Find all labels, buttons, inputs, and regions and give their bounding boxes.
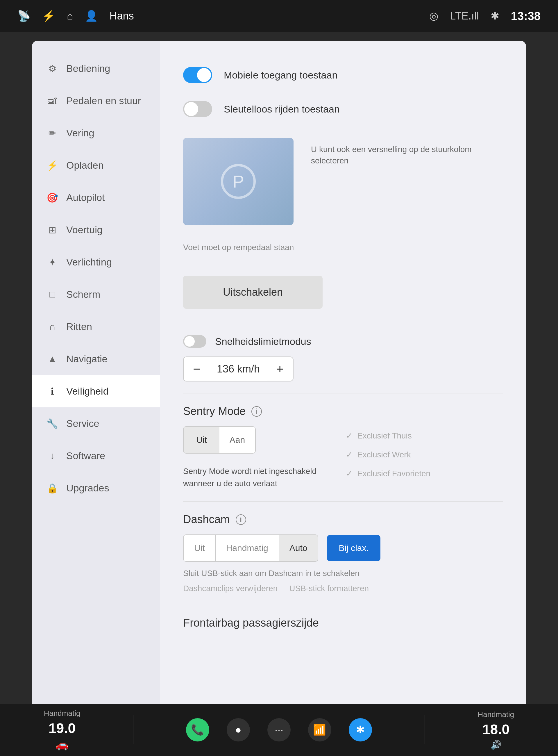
airbag-section: Frontairbag passagierszijde bbox=[183, 605, 503, 641]
sidebar-label-upgrades: Upgrades bbox=[66, 482, 109, 494]
dashcam-handmatig-button[interactable]: Handmatig bbox=[215, 535, 279, 561]
sidebar-label-vering: Vering bbox=[66, 127, 94, 139]
sentry-option-werk-label: Exclusief Werk bbox=[357, 450, 411, 459]
sidebar-label-veiligheid: Veiligheid bbox=[66, 386, 109, 397]
speed-limit-label: Snelheidslimietmodus bbox=[215, 336, 311, 347]
dashcam-header: Dashcam i bbox=[183, 513, 503, 526]
dashcam-controls: Uit Handmatig Auto Bij clax. bbox=[183, 534, 503, 562]
sidebar-item-scherm[interactable]: □ Scherm bbox=[32, 278, 160, 311]
sidebar-item-ritten[interactable]: ∩ Ritten bbox=[32, 311, 160, 343]
sidebar-item-pedalen[interactable]: 🛋 Pedalen en stuur bbox=[32, 84, 160, 117]
speed-value-display: 136 km/h bbox=[210, 357, 267, 381]
mobile-access-toggle[interactable] bbox=[183, 67, 212, 83]
light-icon: ✦ bbox=[47, 257, 58, 268]
circle-button[interactable]: ● bbox=[227, 718, 250, 741]
home-icon: ⌂ bbox=[67, 10, 73, 22]
sidebar-label-voertuig: Voertuig bbox=[66, 224, 103, 236]
car-icon: 🚗 bbox=[55, 738, 69, 751]
sidebar-label-navigatie: Navigatie bbox=[66, 353, 107, 365]
status-bar: 📡 ⚡ ⌂ 👤 Hans ◎ LTE.ıll ✱ 13:38 bbox=[0, 0, 558, 32]
format-usb-button[interactable]: USB-stick formatteren bbox=[289, 584, 369, 593]
seat-icon: 🛋 bbox=[47, 95, 58, 106]
phone-button[interactable]: 📞 bbox=[186, 718, 209, 741]
user-icon: 👤 bbox=[85, 10, 98, 22]
bottom-speed-left: 19.0 bbox=[49, 720, 76, 736]
dashcam-auto-button[interactable]: Auto bbox=[279, 535, 318, 561]
bottom-left-speed: Handmatig 19.0 🚗 bbox=[44, 709, 80, 751]
sentry-aan-button[interactable]: Aan bbox=[220, 427, 255, 453]
bluetooth-button[interactable]: ✱ bbox=[349, 718, 372, 741]
sidebar-item-verlichting[interactable]: ✦ Verlichting bbox=[32, 246, 160, 278]
user-name: Hans bbox=[109, 10, 134, 22]
dots-button[interactable]: ··· bbox=[268, 718, 290, 741]
dashcam-note: Sluit USB-stick aan om Dashcam in te sch… bbox=[183, 569, 503, 578]
sentry-option-favorieten-label: Exclusief Favorieten bbox=[357, 469, 430, 478]
autopilot-icon: 🎯 bbox=[47, 192, 58, 203]
signal-icon: 📡 bbox=[18, 10, 30, 22]
dashcam-title: Dashcam bbox=[183, 513, 230, 526]
sentry-option-werk: ✓ Exclusief Werk bbox=[346, 445, 503, 464]
delete-clips-button[interactable]: Dashcamclips verwijderen bbox=[183, 584, 278, 593]
sidebar-item-opladen[interactable]: ⚡ Opladen bbox=[32, 149, 160, 181]
keyless-toggle[interactable] bbox=[183, 101, 212, 117]
sidebar-item-software[interactable]: ↓ Software bbox=[32, 440, 160, 472]
toggle-knob-keyless bbox=[184, 102, 198, 116]
bottom-center: 📞 ● ··· 📶 ✱ bbox=[186, 718, 372, 741]
sentry-options: ✓ Exclusief Thuis ✓ Exclusief Werk ✓ Exc… bbox=[346, 426, 503, 490]
sidebar-item-navigatie[interactable]: ▲ Navigatie bbox=[32, 343, 160, 375]
bottom-handmatig-left: Handmatig bbox=[44, 709, 80, 718]
toggle-knob-speed bbox=[184, 336, 195, 347]
sidebar-item-bediening[interactable]: ⚙ Bediening bbox=[32, 52, 160, 84]
mobile-access-label: Mobiele toegang toestaan bbox=[224, 70, 337, 81]
sentry-content: Uit Aan Sentry Mode wordt niet ingeschak… bbox=[183, 426, 503, 490]
sidebar-item-service[interactable]: 🔧 Service bbox=[32, 407, 160, 440]
charge-icon: ⚡ bbox=[47, 160, 58, 171]
speed-limit-toggle[interactable] bbox=[183, 335, 206, 348]
bij-clax-button[interactable]: Bij clax. bbox=[327, 535, 380, 561]
sidebar-item-upgrades[interactable]: 🔒 Upgrades bbox=[32, 472, 160, 504]
sidebar-label-bediening: Bediening bbox=[66, 63, 110, 74]
gear-note: U kunt ook een versnelling op de stuurko… bbox=[311, 138, 503, 225]
sidebar-label-software: Software bbox=[66, 450, 105, 461]
signal-bar-button[interactable]: 📶 bbox=[308, 718, 331, 741]
sentry-mode-section: Sentry Mode i Uit Aan Sentry Mode wordt … bbox=[183, 393, 503, 502]
sidebar-label-ritten: Ritten bbox=[66, 321, 92, 332]
sentry-info-icon[interactable]: i bbox=[251, 406, 262, 417]
check-werk-icon: ✓ bbox=[346, 450, 353, 459]
divider-2 bbox=[425, 715, 425, 745]
dashcam-info-icon[interactable]: i bbox=[236, 514, 246, 525]
speed-header: Snelheidslimietmodus bbox=[183, 335, 503, 348]
lightning-icon: ⚡ bbox=[42, 10, 55, 22]
settings-icon: ⚙ bbox=[47, 63, 58, 74]
sentry-note: Sentry Mode wordt niet ingeschakeld wann… bbox=[183, 465, 328, 490]
uitschakelen-button[interactable]: Uitschakelen bbox=[183, 276, 323, 309]
sentry-button-group: Uit Aan bbox=[183, 426, 256, 454]
sidebar-item-vering[interactable]: ✏ Vering bbox=[32, 117, 160, 149]
clock: 13:38 bbox=[511, 9, 540, 23]
keyless-label: Sleutelloos rijden toestaan bbox=[224, 103, 340, 115]
airbag-title: Frontairbag passagierszijde bbox=[183, 617, 319, 629]
sidebar-item-veiligheid[interactable]: ℹ Veiligheid bbox=[32, 375, 160, 407]
sentry-option-thuis: ✓ Exclusief Thuis bbox=[346, 426, 503, 445]
bottom-temp-right: 18.0 bbox=[482, 722, 509, 737]
gear-image-inner: P bbox=[183, 138, 294, 225]
dashcam-uit-button[interactable]: Uit bbox=[184, 535, 215, 561]
bottom-bar: Handmatig 19.0 🚗 📞 ● ··· 📶 ✱ Handmatig 1… bbox=[0, 704, 558, 756]
sidebar-item-autopilot[interactable]: 🎯 Autopilot bbox=[32, 181, 160, 214]
divider-1 bbox=[133, 715, 133, 745]
status-left: 📡 ⚡ ⌂ 👤 Hans bbox=[18, 10, 134, 22]
sentry-option-thuis-label: Exclusief Thuis bbox=[357, 431, 412, 440]
download-icon: ↓ bbox=[47, 450, 58, 461]
sidebar-label-opladen: Opladen bbox=[66, 160, 104, 171]
speed-minus-button[interactable]: − bbox=[184, 357, 210, 381]
dashcam-section: Dashcam i Uit Handmatig Auto Bij clax. S… bbox=[183, 502, 503, 605]
toggle-knob-mobile bbox=[197, 68, 211, 82]
vering-icon: ✏ bbox=[47, 128, 58, 139]
gear-footer: Voet moet op rempedaal staan bbox=[183, 237, 503, 261]
gear-circle-icon: P bbox=[221, 164, 256, 199]
voertuig-icon: ⊞ bbox=[47, 224, 58, 236]
sentry-title: Sentry Mode bbox=[183, 405, 246, 418]
sentry-uit-button[interactable]: Uit bbox=[184, 427, 220, 453]
speed-plus-button[interactable]: + bbox=[267, 357, 293, 381]
sidebar-item-voertuig[interactable]: ⊞ Voertuig bbox=[32, 214, 160, 246]
